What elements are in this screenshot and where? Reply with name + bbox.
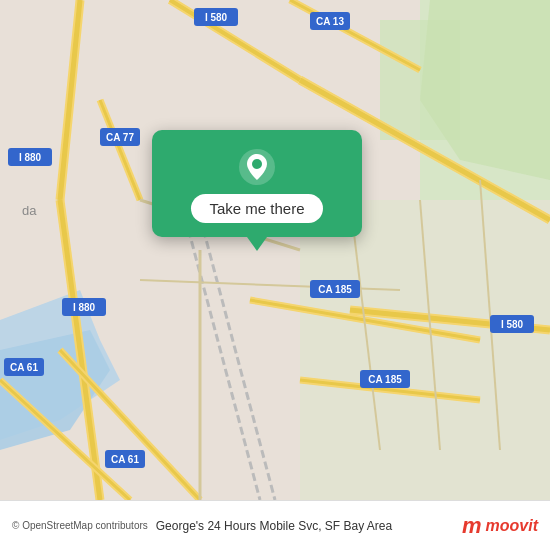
svg-text:CA 77: CA 77 [106, 132, 134, 143]
svg-text:CA 61: CA 61 [111, 454, 139, 465]
footer-info: © OpenStreetMap contributors George's 24… [12, 519, 392, 533]
svg-text:I 880: I 880 [73, 302, 96, 313]
svg-text:I 580: I 580 [205, 12, 228, 23]
take-me-there-button[interactable]: Take me there [191, 194, 322, 223]
svg-text:I 580: I 580 [501, 319, 524, 330]
map-container: I 580 CA 13 I 880 CA 77 I 880 CA 185 CA … [0, 0, 550, 500]
popup-card: Take me there [152, 130, 362, 237]
moovit-logo: m moovit [462, 513, 538, 539]
location-label: George's 24 Hours Mobile Svc, SF Bay Are… [156, 519, 392, 533]
svg-text:da: da [22, 203, 37, 218]
osm-copyright: © OpenStreetMap contributors [12, 520, 148, 531]
svg-point-59 [252, 159, 262, 169]
location-pin-icon [238, 148, 276, 186]
map-background: I 580 CA 13 I 880 CA 77 I 880 CA 185 CA … [0, 0, 550, 500]
svg-text:CA 185: CA 185 [368, 374, 402, 385]
moovit-brand-name: moovit [486, 517, 538, 535]
svg-text:I 880: I 880 [19, 152, 42, 163]
svg-rect-6 [300, 200, 550, 500]
footer-bar: © OpenStreetMap contributors George's 24… [0, 500, 550, 550]
moovit-m-letter: m [462, 513, 482, 539]
svg-text:CA 13: CA 13 [316, 16, 344, 27]
svg-text:CA 61: CA 61 [10, 362, 38, 373]
svg-text:CA 185: CA 185 [318, 284, 352, 295]
